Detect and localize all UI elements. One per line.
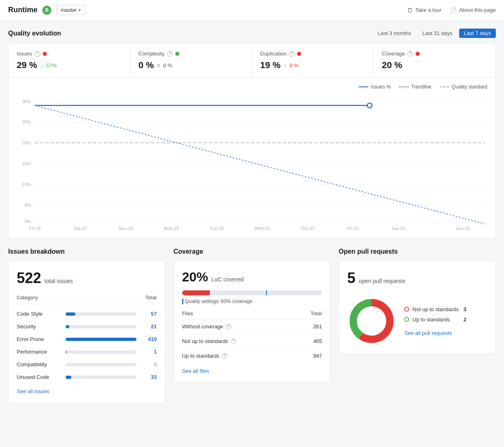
- pull-requests-title: Open pull requests: [339, 248, 496, 255]
- svg-text:Sat-24: Sat-24: [392, 226, 405, 231]
- filter-3months[interactable]: Last 3 months: [373, 29, 416, 38]
- files-row-label: Without coverage ?: [182, 323, 231, 330]
- svg-text:Sun-18: Sun-18: [119, 226, 133, 231]
- filter-7days[interactable]: Last 7 days: [459, 29, 496, 38]
- category-row: Compatibility 0: [17, 358, 157, 371]
- total-issues-count: 522: [17, 270, 41, 287]
- issues-line-icon: [359, 86, 368, 87]
- metrics-row: Issues ? 29 % ↓ -57% Complexity ? 0 %: [9, 44, 495, 77]
- coverage-info-icon[interactable]: ?: [407, 51, 413, 57]
- coverage-percent: 20 %: [382, 60, 402, 71]
- see-all-files-link[interactable]: See all files: [182, 368, 209, 374]
- legend-issues: Issues %: [359, 84, 391, 90]
- take-tour-label: Take a tour: [415, 7, 441, 13]
- coverage-section-title: Coverage: [174, 248, 331, 255]
- category-name: Security: [17, 323, 62, 330]
- take-tour-link[interactable]: 🗒 Take a tour: [407, 7, 441, 13]
- filter-31days[interactable]: Last 31 days: [418, 29, 458, 38]
- total-col-header: Total: [145, 295, 157, 301]
- files-info-icon[interactable]: ?: [231, 339, 236, 344]
- issues-status-dot: [43, 52, 47, 56]
- category-rows: Code Style 57 Security 21 Error Prone 41…: [17, 308, 157, 383]
- up-label: Up to standards: [412, 316, 450, 323]
- files-table-header: Files Total: [182, 311, 322, 319]
- coverage-bar-fill: [182, 290, 210, 295]
- pull-requests-section: Open pull requests 5 open pull requests: [339, 248, 496, 403]
- complexity-label-text: Complexity: [139, 51, 165, 57]
- svg-text:Tue-20: Tue-20: [210, 226, 224, 231]
- total-issues: 522 total issues: [17, 270, 157, 287]
- coverage-card: 20% LoC covered Quality settings: 60% co…: [174, 261, 331, 383]
- svg-text:Sun-25: Sun-25: [456, 226, 470, 231]
- files-table-row: Up to standards ? 947: [182, 349, 322, 363]
- files-row-name: Not up to standards: [182, 338, 228, 344]
- bottom-grid: Issues breakdown 522 total issues Catego…: [8, 248, 496, 403]
- issues-breakdown-section: Issues breakdown 522 total issues Catego…: [8, 248, 165, 403]
- category-count: 57: [141, 311, 157, 317]
- chevron-down-icon: ▾: [79, 8, 81, 12]
- files-row-name: Up to standards: [182, 353, 220, 359]
- metric-issues-value: 29 % ↓ -57%: [17, 60, 122, 71]
- category-bar-container: [66, 363, 136, 366]
- category-row: Performance 1: [17, 345, 157, 358]
- duplication-info-icon[interactable]: ?: [289, 51, 295, 57]
- pr-label: open pull requests: [359, 278, 405, 284]
- category-bar: [66, 338, 136, 341]
- issues-breakdown-title: Issues breakdown: [8, 248, 165, 255]
- branch-badge: B: [42, 6, 51, 15]
- complexity-change: = 0 %: [157, 62, 172, 69]
- svg-text:Wed-21: Wed-21: [254, 226, 270, 231]
- coverage-label-text: Coverage: [382, 51, 405, 57]
- files-row-label: Up to standards ?: [182, 353, 228, 359]
- svg-text:30%: 30%: [22, 99, 31, 104]
- metric-complexity-label: Complexity ?: [139, 51, 244, 57]
- coverage-bar-wrapper: [182, 290, 322, 295]
- files-row-label: Not up to standards ?: [182, 338, 236, 344]
- files-info-icon[interactable]: ?: [226, 324, 231, 330]
- svg-text:15%: 15%: [22, 161, 31, 166]
- quality-evolution-card: Issues ? 29 % ↓ -57% Complexity ? 0 %: [8, 44, 496, 238]
- category-count: 1: [141, 349, 157, 355]
- see-all-issues-link[interactable]: See all issues: [17, 388, 49, 394]
- files-row-count: 947: [313, 353, 322, 359]
- about-page-link[interactable]: 📄 About this page: [450, 7, 496, 13]
- coverage-quality-marker: [266, 290, 267, 295]
- coverage-status-dot: [416, 52, 420, 56]
- files-info-icon[interactable]: ?: [222, 353, 227, 359]
- svg-text:Fri-16: Fri-16: [29, 226, 41, 231]
- branch-select[interactable]: master ▾: [56, 5, 85, 15]
- issues-info-icon[interactable]: ?: [35, 51, 40, 57]
- about-icon: 📄: [450, 7, 457, 13]
- header: Runtime B master ▾ 🗒 Take a tour 📄 About…: [0, 0, 504, 20]
- chart-area: Issues % Trendline Quality standard 30% …: [9, 77, 495, 238]
- pr-legend: Not up to standards 3 Up to standards 2 …: [404, 306, 466, 336]
- category-bar-container: [66, 376, 136, 379]
- see-all-pr-link[interactable]: See all pull requests: [404, 330, 466, 336]
- legend-quality-standard: Quality standard: [440, 84, 487, 90]
- svg-text:5%: 5%: [24, 203, 31, 208]
- metric-complexity-value: 0 % = 0 %: [139, 60, 244, 71]
- metric-coverage: Coverage ? 20 %: [374, 44, 495, 77]
- not-up-dot: [404, 307, 409, 312]
- coverage-quality-bar-icon: [182, 299, 183, 304]
- pr-count: 5: [347, 270, 355, 287]
- svg-text:Thu-22: Thu-22: [301, 226, 315, 231]
- pr-legend-not-up: Not up to standards 3: [404, 306, 466, 312]
- metric-issues: Issues ? 29 % ↓ -57%: [9, 44, 130, 77]
- donut-svg: [347, 297, 396, 345]
- about-page-label: About this page: [459, 7, 496, 13]
- metric-duplication-label: Duplication ?: [260, 51, 365, 57]
- complexity-percent: 0 %: [139, 60, 154, 71]
- duplication-label-text: Duplication: [260, 51, 286, 57]
- issues-breakdown-card: 522 total issues Category Total Code Sty…: [8, 261, 165, 403]
- pr-legend-up: Up to standards 2: [404, 316, 466, 323]
- category-bar-container: [66, 312, 136, 316]
- main-content: Quality evolution Last 3 months Last 31 …: [0, 20, 504, 411]
- metric-duplication: Duplication ? 19 % ↑ 9 %: [252, 44, 374, 77]
- up-dot: [404, 317, 409, 322]
- coverage-quality-note: Quality settings: 60% coverage: [185, 299, 252, 304]
- chart-legend: Issues % Trendline Quality standard: [17, 84, 487, 90]
- category-count: 0: [141, 361, 157, 367]
- complexity-info-icon[interactable]: ?: [167, 51, 173, 57]
- category-name: Performance: [17, 349, 62, 355]
